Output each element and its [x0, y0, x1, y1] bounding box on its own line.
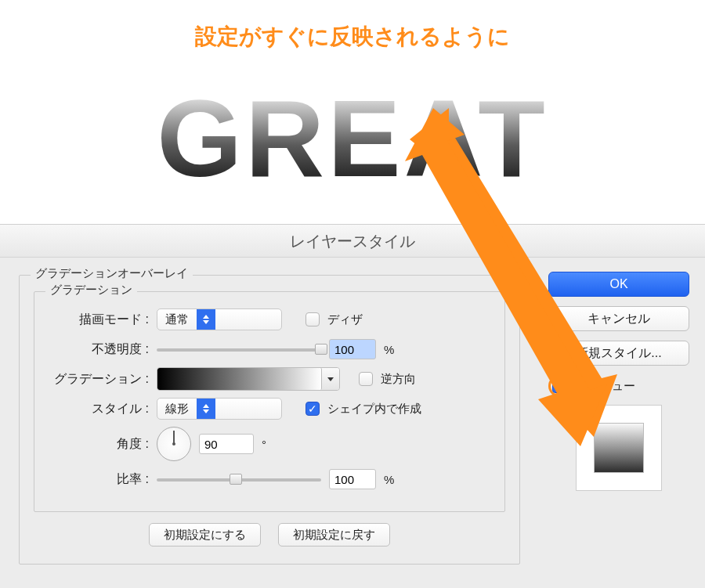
angle-unit: °: [262, 438, 266, 451]
opacity-slider[interactable]: [157, 342, 321, 356]
style-select[interactable]: 線形: [157, 398, 282, 420]
scale-unit: %: [384, 473, 394, 486]
preview-gradient-swatch: [594, 423, 644, 473]
gradient-swatch[interactable]: [157, 367, 340, 391]
gradient-group: グラデーション 描画モード : 通常 ディザ 不透明: [34, 291, 505, 512]
gradient-swatch-label: グラデーション :: [49, 371, 149, 388]
reverse-checkbox[interactable]: [359, 372, 373, 386]
preview-thumbnail: [576, 405, 662, 491]
scale-label: 比率 :: [49, 471, 149, 488]
dither-label: ディザ: [327, 312, 363, 327]
dialog-title: レイヤースタイル: [0, 225, 705, 258]
chevron-updown-icon: [197, 309, 215, 330]
preview-text-great: GREAT: [157, 75, 548, 202]
opacity-label: 不透明度 :: [49, 341, 149, 358]
style-value: 線形: [157, 402, 197, 417]
angle-label: 角度 :: [49, 436, 149, 453]
blend-mode-value: 通常: [157, 312, 197, 327]
gradient-overlay-group: グラデーションオーバーレイ グラデーション 描画モード : 通常 ディザ: [19, 275, 520, 565]
chevron-updown-icon: [197, 399, 215, 419]
gradient-overlay-legend: グラデーションオーバーレイ: [31, 266, 193, 281]
scale-field[interactable]: [329, 469, 376, 489]
scale-slider[interactable]: [157, 472, 321, 486]
preview-label: プレビュー: [577, 379, 635, 394]
ok-button[interactable]: OK: [548, 272, 689, 297]
new-style-button[interactable]: 新規スタイル...: [548, 341, 689, 366]
layer-style-dialog: レイヤースタイル グラデーションオーバーレイ グラデーション 描画モード : 通…: [0, 224, 705, 588]
annotation-title: 設定がすぐに反映されるように: [0, 0, 705, 52]
style-label: スタイル :: [49, 401, 149, 417]
blend-mode-select[interactable]: 通常: [157, 308, 282, 330]
opacity-field[interactable]: [329, 339, 376, 359]
chevron-down-icon: [322, 368, 339, 390]
blend-mode-label: 描画モード :: [49, 312, 149, 328]
align-with-layer-checkbox[interactable]: ✓: [306, 402, 320, 416]
reverse-label: 逆方向: [381, 372, 416, 387]
preview-checkbox[interactable]: ✓: [552, 379, 566, 393]
dither-checkbox[interactable]: [306, 312, 320, 326]
cancel-button[interactable]: キャンセル: [548, 306, 689, 331]
gradient-legend: グラデーション: [45, 283, 137, 298]
annotation-highlight-ring: ✓: [548, 375, 570, 397]
reset-to-default-button[interactable]: 初期設定に戻す: [278, 523, 390, 547]
align-with-layer-label: シェイプ内で作成: [327, 402, 421, 417]
opacity-unit: %: [384, 343, 394, 356]
angle-dial[interactable]: [157, 427, 191, 461]
angle-field[interactable]: [199, 434, 254, 454]
make-default-button[interactable]: 初期設定にする: [149, 523, 261, 547]
